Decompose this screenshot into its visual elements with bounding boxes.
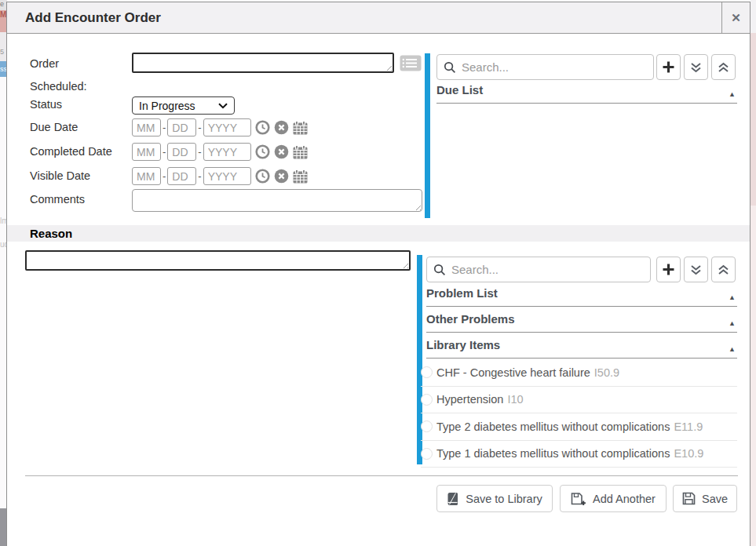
- visible-date-calendar-button[interactable]: [293, 169, 308, 184]
- reason-add-button[interactable]: [656, 257, 681, 282]
- plus-icon: [662, 60, 675, 74]
- add-another-label: Add Another: [593, 493, 656, 505]
- comments-textarea-wrap: [132, 189, 422, 212]
- comments-label: Comments: [30, 193, 85, 206]
- collapse-triangle-icon: ▲: [729, 293, 737, 301]
- scheduled-label: Scheduled:: [30, 80, 87, 93]
- save-button[interactable]: Save: [673, 485, 737, 512]
- calendar-icon: [293, 145, 308, 159]
- due-panel-accent-bar: [425, 53, 430, 218]
- completed-date-clear-button[interactable]: [274, 144, 289, 159]
- completed-date-month-input[interactable]: [132, 143, 161, 161]
- order-label: Order: [30, 57, 59, 70]
- visible-date-day-input[interactable]: [167, 167, 196, 185]
- due-date-calendar-button[interactable]: [293, 121, 308, 135]
- order-lookup-list-button[interactable]: [400, 55, 422, 71]
- due-date-label: Due Date: [30, 121, 78, 133]
- other-problems-section-label: Other Problems: [426, 311, 515, 327]
- date-separator: -: [198, 122, 201, 133]
- due-list-section-label: Due List: [436, 82, 483, 98]
- calendar-icon: [293, 169, 308, 184]
- clear-circle-icon: [274, 144, 289, 159]
- visible-date-clear-button[interactable]: [274, 169, 289, 184]
- item-radio[interactable]: [421, 420, 433, 432]
- footer-divider: [25, 475, 738, 476]
- clock-icon: [255, 120, 270, 135]
- due-date-time-button[interactable]: [255, 120, 270, 135]
- reason-expand-all-button[interactable]: [684, 257, 708, 282]
- due-list-section-header[interactable]: Due List ▲: [436, 82, 737, 104]
- date-separator: -: [163, 122, 166, 133]
- completed-date-year-input[interactable]: [203, 143, 251, 161]
- item-radio[interactable]: [421, 366, 433, 378]
- other-problems-section-header[interactable]: Other Problems ▲: [426, 311, 737, 333]
- item-code: E10.9: [674, 447, 703, 460]
- due-list-search-input[interactable]: [436, 54, 654, 80]
- due-list-expand-all-button[interactable]: [684, 54, 708, 80]
- visible-date-row: - -: [132, 167, 308, 185]
- item-code: I10: [507, 393, 523, 406]
- completed-date-row: - -: [132, 143, 308, 161]
- visible-date-time-button[interactable]: [255, 169, 270, 184]
- status-label: Status: [30, 98, 62, 111]
- list-item[interactable]: Type 1 diabetes mellitus without complic…: [421, 441, 737, 468]
- date-separator: -: [198, 146, 201, 158]
- screen: e M 5 ss lm ud Add Encounter Order ✕ Ord…: [0, 0, 756, 546]
- due-date-row: - -: [132, 118, 308, 136]
- reason-heading: Reason: [30, 225, 72, 242]
- calendar-icon: [293, 121, 308, 135]
- book-icon: [447, 492, 459, 506]
- save-button-label: Save: [702, 493, 728, 505]
- completed-date-calendar-button[interactable]: [293, 145, 308, 159]
- due-date-day-input[interactable]: [167, 118, 196, 136]
- list-item[interactable]: Hypertension I10: [421, 387, 737, 414]
- date-separator: -: [198, 170, 201, 182]
- save-to-library-button[interactable]: Save to Library: [436, 485, 553, 512]
- close-icon: ✕: [731, 11, 741, 25]
- library-items-list: CHF - Congestive heart failure I50.9 Hyp…: [421, 359, 737, 468]
- visible-date-label: Visible Date: [30, 169, 90, 182]
- list-icon: [400, 55, 422, 71]
- library-items-section-label: Library Items: [426, 337, 500, 353]
- status-select[interactable]: In Progress: [132, 96, 235, 115]
- problem-list-section-label: Problem List: [426, 286, 498, 301]
- order-input[interactable]: [133, 54, 393, 71]
- problem-list-section-header[interactable]: Problem List ▲: [426, 286, 737, 307]
- list-item[interactable]: CHF - Congestive heart failure I50.9: [421, 359, 737, 387]
- item-radio[interactable]: [421, 448, 433, 460]
- close-button[interactable]: ✕: [721, 2, 750, 33]
- due-list-add-button[interactable]: [656, 54, 681, 80]
- due-date-clear-button[interactable]: [274, 120, 289, 135]
- item-name: Type 2 diabetes mellitus without complic…: [436, 420, 670, 433]
- reason-collapse-all-button[interactable]: [711, 257, 736, 282]
- add-encounter-order-dialog: Add Encounter Order ✕ Order Scheduled: S…: [6, 2, 751, 546]
- reason-search-input[interactable]: [426, 257, 651, 282]
- due-date-month-input[interactable]: [132, 118, 161, 136]
- comments-textarea[interactable]: [133, 190, 422, 211]
- clock-icon: [255, 169, 270, 184]
- collapse-triangle-icon: ▲: [729, 90, 737, 98]
- completed-date-day-input[interactable]: [167, 143, 196, 161]
- double-chevron-down-icon: [690, 62, 702, 73]
- library-items-section-header[interactable]: Library Items ▲: [426, 337, 737, 359]
- order-input-wrap: [132, 53, 394, 73]
- clear-circle-icon: [274, 120, 289, 135]
- double-chevron-up-icon: [718, 264, 729, 275]
- visible-date-month-input[interactable]: [132, 167, 161, 185]
- due-list-collapse-all-button[interactable]: [711, 54, 736, 80]
- list-item[interactable]: Type 2 diabetes mellitus without complic…: [421, 413, 737, 441]
- clear-circle-icon: [274, 169, 289, 184]
- item-name: CHF - Congestive heart failure: [436, 366, 590, 379]
- visible-date-year-input[interactable]: [203, 167, 251, 185]
- reason-input[interactable]: [27, 252, 409, 269]
- clock-icon: [255, 144, 270, 159]
- background-page-right-sliver: [751, 0, 756, 546]
- reason-input-wrap: [25, 250, 411, 271]
- completed-date-time-button[interactable]: [255, 144, 270, 159]
- due-date-year-input[interactable]: [203, 118, 251, 136]
- item-radio[interactable]: [421, 394, 433, 406]
- add-another-button[interactable]: Add Another: [560, 485, 667, 512]
- item-name: Type 1 diabetes mellitus without complic…: [436, 447, 670, 460]
- save-icon: [682, 492, 696, 505]
- background-block: [751, 33, 756, 206]
